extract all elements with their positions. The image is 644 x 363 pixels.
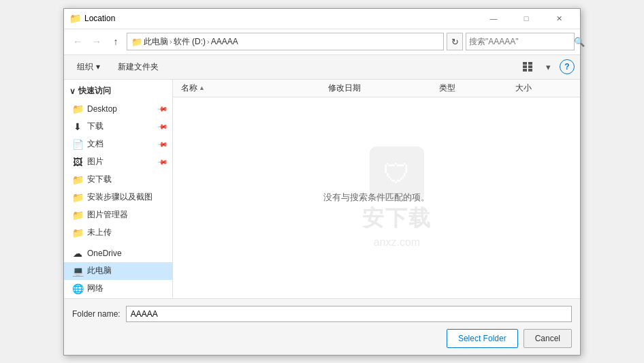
help-button[interactable]: ? xyxy=(560,59,575,74)
column-name[interactable]: 名称 ▲ xyxy=(178,80,325,97)
sidebar-item-upload[interactable]: 📁 未上传 xyxy=(64,224,172,242)
downloads-icon: ⬇ xyxy=(72,121,83,132)
breadcrumb[interactable]: 📁 此电脑 › 软件 (D:) › AAAAA xyxy=(127,33,444,50)
documents-label: 文档 xyxy=(87,138,155,150)
desktop-label: Desktop xyxy=(87,104,155,114)
breadcrumb-sep-2: › xyxy=(207,37,210,46)
sidebar-item-documents[interactable]: 📄 文档 📌 xyxy=(64,136,172,153)
organize-arrow: ▾ xyxy=(96,62,100,72)
sidebar-item-anxz[interactable]: 📁 安下载 xyxy=(64,171,172,189)
back-button[interactable]: ← xyxy=(69,33,86,50)
up-button[interactable]: ↑ xyxy=(108,33,124,50)
search-input[interactable] xyxy=(466,37,574,46)
toolbar-right: ▾ ? xyxy=(519,58,575,76)
sidebar-item-downloads[interactable]: ⬇ 下载 📌 xyxy=(64,118,172,136)
breadcrumb-sep-1: › xyxy=(170,37,172,46)
sidebar-item-manager[interactable]: 📁 图片管理器 xyxy=(64,206,172,224)
upload-label: 未上传 xyxy=(87,227,167,238)
watermark-text: 安下载 xyxy=(362,204,432,234)
onedrive-icon: ☁ xyxy=(72,248,83,259)
column-size-label: 大小 xyxy=(515,82,532,94)
install-icon: 📁 xyxy=(72,192,83,203)
watermark-url: anxz.com xyxy=(374,236,420,249)
svg-rect-5 xyxy=(528,69,532,72)
bottom-bar: Folder name: Select Folder Cancel xyxy=(64,298,580,355)
main-content: ∨ 快速访问 📁 Desktop 📌 ⬇ 下载 📌 📄 文档 📌 🖼 图片 xyxy=(64,80,580,298)
sidebar-item-pc[interactable]: 💻 此电脑 xyxy=(64,262,172,280)
svg-rect-1 xyxy=(528,62,532,65)
pictures-icon: 🖼 xyxy=(72,157,83,168)
view-dropdown-button[interactable]: ▾ xyxy=(539,58,557,76)
anxz-icon: 📁 xyxy=(72,174,83,185)
pc-label: 此电脑 xyxy=(87,265,167,277)
dialog-title: Location xyxy=(84,14,478,23)
svg-rect-2 xyxy=(523,65,527,68)
search-button[interactable]: 🔍 xyxy=(574,33,585,50)
cancel-button[interactable]: Cancel xyxy=(524,329,572,348)
dialog-window: 📁 Location — □ ✕ ← → ↑ 📁 此电脑 › 软件 (D:) ›… xyxy=(63,8,581,356)
address-bar: ← → ↑ 📁 此电脑 › 软件 (D:) › AAAAA ↻ 🔍 xyxy=(64,29,580,55)
pin-icon-dl: 📌 xyxy=(157,121,168,131)
breadcrumb-folder-label: AAAAA xyxy=(211,37,238,46)
breadcrumb-pc-label: 此电脑 xyxy=(144,36,168,48)
toolbar: 组织 ▾ 新建文件夹 ▾ ? xyxy=(64,55,580,80)
desktop-icon: 📁 xyxy=(72,104,83,114)
file-area: 名称 ▲ 修改日期 类型 大小 🛡 安下载 anxz xyxy=(173,80,580,298)
install-label: 安装步骤以及截图 xyxy=(87,191,167,203)
onedrive-label: OneDrive xyxy=(87,249,167,258)
title-bar: 📁 Location — □ ✕ xyxy=(64,9,580,29)
breadcrumb-drive-label: 软件 (D:) xyxy=(174,36,206,48)
maximize-button[interactable]: □ xyxy=(511,8,542,29)
view-button[interactable] xyxy=(519,58,536,76)
upload-icon: 📁 xyxy=(72,227,83,238)
pin-icon-doc: 📌 xyxy=(157,138,168,149)
column-size[interactable]: 大小 xyxy=(513,80,575,97)
pc-icon: 💻 xyxy=(72,266,83,277)
quick-access-arrow: ∨ xyxy=(69,86,76,96)
pin-icon: 📌 xyxy=(157,103,168,114)
sidebar-item-network[interactable]: 🌐 网络 xyxy=(64,280,172,298)
file-list-body: 🛡 安下载 anxz.com 没有与搜索条件匹配的项。 xyxy=(173,97,580,298)
pictures-label: 图片 xyxy=(87,156,155,168)
new-folder-button[interactable]: 新建文件夹 xyxy=(110,58,166,76)
quick-access-label: 快速访问 xyxy=(78,85,111,97)
network-label: 网络 xyxy=(87,283,167,294)
close-button[interactable]: ✕ xyxy=(543,8,575,29)
manager-label: 图片管理器 xyxy=(87,209,167,221)
organize-button[interactable]: 组织 ▾ xyxy=(69,58,108,76)
network-icon: 🌐 xyxy=(72,283,83,294)
svg-rect-3 xyxy=(528,65,532,68)
search-bar: 🔍 xyxy=(466,33,575,50)
column-modified[interactable]: 修改日期 xyxy=(325,80,437,97)
breadcrumb-item-folder[interactable]: AAAAA xyxy=(211,37,238,46)
new-folder-label: 新建文件夹 xyxy=(118,61,159,73)
folder-name-label: Folder name: xyxy=(72,309,120,319)
anxz-label: 安下载 xyxy=(87,174,167,185)
sidebar-item-pictures[interactable]: 🖼 图片 📌 xyxy=(64,153,172,171)
dialog-icon: 📁 xyxy=(69,13,80,24)
svg-rect-0 xyxy=(523,62,527,65)
view-icon xyxy=(523,62,532,72)
folder-name-row: Folder name: xyxy=(72,306,572,322)
organize-label: 组织 xyxy=(77,61,93,73)
sidebar-item-onedrive[interactable]: ☁ OneDrive xyxy=(64,244,172,262)
breadcrumb-item-drive[interactable]: 软件 (D:) xyxy=(174,36,206,48)
window-controls: — □ ✕ xyxy=(478,8,575,29)
sidebar-quick-access-header[interactable]: ∨ 快速访问 xyxy=(64,82,172,100)
sort-arrow: ▲ xyxy=(199,84,205,91)
sidebar-item-desktop[interactable]: 📁 Desktop 📌 xyxy=(64,100,172,118)
file-list-header: 名称 ▲ 修改日期 类型 大小 xyxy=(173,80,580,97)
folder-name-input[interactable] xyxy=(126,306,572,322)
downloads-label: 下载 xyxy=(87,121,155,132)
minimize-button[interactable]: — xyxy=(478,8,509,29)
sidebar-item-install[interactable]: 📁 安装步骤以及截图 xyxy=(64,189,172,206)
forward-button[interactable]: → xyxy=(88,33,105,50)
column-type[interactable]: 类型 xyxy=(436,80,513,97)
refresh-button[interactable]: ↻ xyxy=(447,33,463,50)
column-type-label: 类型 xyxy=(439,82,455,94)
sidebar: ∨ 快速访问 📁 Desktop 📌 ⬇ 下载 📌 📄 文档 📌 🖼 图片 xyxy=(64,80,173,298)
documents-icon: 📄 xyxy=(72,139,83,150)
svg-rect-4 xyxy=(523,69,527,72)
breadcrumb-item-pc[interactable]: 此电脑 xyxy=(144,36,168,48)
select-folder-button[interactable]: Select Folder xyxy=(447,329,518,348)
